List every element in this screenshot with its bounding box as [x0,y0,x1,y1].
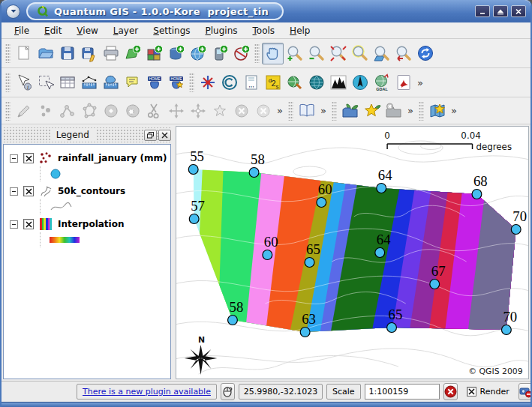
new-bookmark-button[interactable]: HOME [143,72,165,94]
menu-view[interactable]: View [70,24,104,37]
menu-edit[interactable]: Edit [38,24,68,37]
menu-layer[interactable]: Layer [107,24,145,37]
scale-input[interactable] [365,384,440,400]
save-project-button[interactable] [56,43,78,64]
menu-help[interactable]: Help [283,24,317,37]
zoom-to-layer-button[interactable] [371,43,392,64]
copyright-plugin-button[interactable] [218,72,240,94]
add-vector-layer-button[interactable] [122,43,143,64]
float-panel-button[interactable] [144,130,157,141]
north-arrow-plugin-button[interactable] [197,72,218,94]
rainfall-point-marker[interactable] [316,198,326,208]
zoom-last-button[interactable] [392,43,414,64]
map-canvas[interactable]: 0 0.04 degrees N 55586064685770606564675… [176,126,529,379]
add-wms-layer-button[interactable] [187,43,209,64]
rainfall-point-marker[interactable] [472,190,482,199]
terrain-profile-button[interactable] [327,72,349,94]
rainfall-point-marker[interactable] [188,165,198,175]
fill-ring-tool-button[interactable] [122,100,143,121]
split-features-button[interactable] [143,100,165,121]
add-gpx-layer-button[interactable] [209,43,230,64]
capture-point-button[interactable] [35,100,56,121]
plugin-installer-button[interactable] [383,100,404,121]
zoom-to-selection-button[interactable] [349,43,371,64]
menu-plugins[interactable]: Plugins [199,24,245,37]
zoom-full-extent-button[interactable] [327,43,349,64]
maximize-button[interactable] [493,5,508,17]
toolbar-handle[interactable] [419,101,424,121]
export-pdf-button[interactable] [392,72,414,94]
map-tips-button[interactable] [122,72,143,94]
close-button[interactable] [511,5,526,17]
digitize-overflow-chevron-icon[interactable]: » [274,105,286,116]
plugins-overflow-chevron-icon[interactable]: » [404,105,416,116]
delete-vertex-button[interactable] [230,100,252,121]
collapse-icon[interactable] [10,154,18,163]
legend-layer-rainfall[interactable]: rainfall_january (mm) [10,151,167,165]
print-composer-button[interactable] [100,43,122,64]
toolbar-handle[interactable] [5,73,11,92]
toolbar-handle[interactable] [332,101,337,121]
rainfall-point-marker[interactable] [249,168,259,178]
projection-plugin-button[interactable] [305,72,327,94]
mouse-position-toggle-button[interactable] [221,383,235,400]
rainfall-point-marker[interactable] [386,323,396,333]
system-menu-button[interactable] [6,4,20,19]
add-raster-layer-button[interactable] [143,43,165,64]
layer-checkbox-contours[interactable] [23,186,34,196]
minimize-button[interactable] [475,5,490,17]
collapse-icon[interactable] [10,220,18,229]
row2-overflow-chevron-icon[interactable]: » [414,77,426,88]
add-wfs-layer-button[interactable] [230,43,252,64]
compass-plugin-button[interactable] [349,72,371,94]
rainfall-point-marker[interactable] [374,248,384,258]
delete-feature-button[interactable] [252,100,274,121]
close-panel-button[interactable] [158,130,171,141]
stop-rendering-button[interactable] [443,383,458,400]
map-composer-button[interactable] [426,100,448,121]
projection-status-button[interactable] [518,383,532,400]
open-attribute-table-button[interactable] [56,72,78,94]
rainfall-point-marker[interactable] [189,214,199,224]
menu-file[interactable]: File [8,24,36,37]
gdal-tools-button[interactable]: GDAL [371,72,392,94]
open-project-button[interactable] [35,43,56,64]
toolbar-handle[interactable] [189,73,194,92]
select-features-button[interactable] [35,72,56,94]
capture-polyline-button[interactable] [56,100,78,121]
refresh-map-button[interactable] [414,43,436,64]
layer-checkbox-interpolation[interactable] [23,219,34,229]
star-tool-button[interactable] [209,100,230,121]
geoprocessing-button[interactable] [284,72,305,94]
plugin-star-button[interactable] [361,100,383,121]
capture-line-button[interactable] [13,100,35,121]
dxf2shape-converter-button[interactable]: d2s [262,72,284,94]
ring-tool-button[interactable] [100,100,122,121]
rainfall-point-marker[interactable] [429,280,439,289]
zoom-in-button[interactable] [284,43,305,64]
legend-layer-interpolation[interactable]: Interpolation [10,217,167,231]
rainfall-point-marker[interactable] [262,250,272,260]
menu-tools[interactable]: Tools [246,24,282,37]
add-delimited-text-button[interactable]: ,,, [240,72,262,94]
composer-overflow-chevron-icon[interactable]: » [448,105,460,116]
layer-checkbox-rainfall[interactable] [23,153,34,163]
toolbar-handle[interactable] [5,101,11,121]
help-contents-button[interactable] [296,100,317,121]
rainfall-point-marker[interactable] [305,258,314,268]
new-project-button[interactable] [13,43,35,64]
rainfall-point-marker[interactable] [227,316,237,325]
toolbar-handle[interactable] [5,43,11,63]
pan-map-button[interactable] [262,43,284,64]
capture-polygon-button[interactable] [78,100,100,121]
rainfall-point-marker[interactable] [511,225,521,235]
save-project-as-button[interactable] [78,43,100,64]
legend-layer-contours[interactable]: 50k_contours [10,184,167,198]
menu-settings[interactable]: Settings [146,24,197,37]
plugin-folder-button[interactable] [339,100,361,121]
help-overflow-chevron-icon[interactable]: » [317,105,329,116]
plugin-message-link[interactable]: There is a new plugin available [83,387,211,397]
collapse-icon[interactable] [10,187,18,196]
rainfall-point-marker[interactable] [376,184,386,193]
move-feature-button[interactable] [165,100,187,121]
